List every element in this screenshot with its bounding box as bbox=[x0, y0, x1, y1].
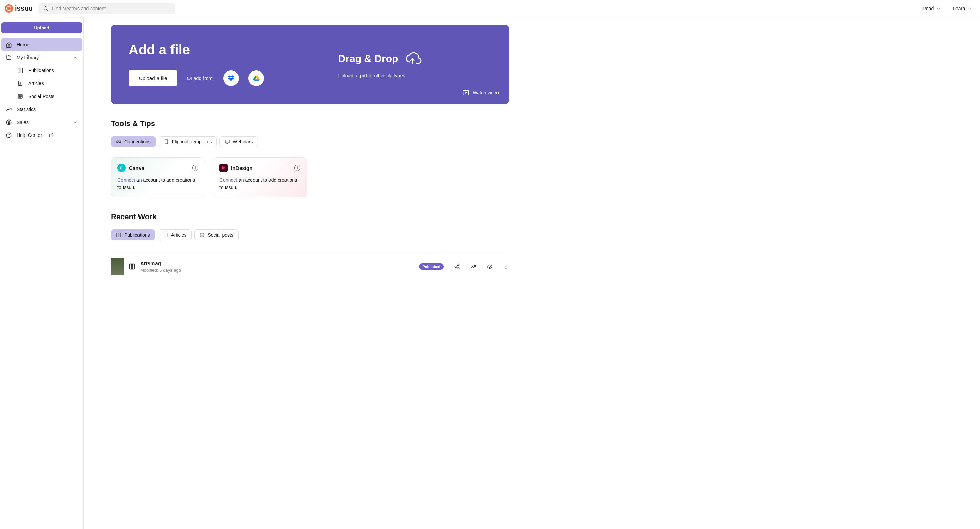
watch-video-button[interactable]: Watch video bbox=[463, 89, 499, 96]
share-icon[interactable] bbox=[454, 263, 460, 269]
connect-desc: Connect an account to add creations to I… bbox=[220, 177, 301, 191]
sidebar-item-social-posts[interactable]: Social Posts bbox=[1, 90, 82, 103]
article-icon bbox=[18, 80, 24, 86]
logo-icon bbox=[5, 5, 13, 13]
recent-title: Recent Work bbox=[111, 212, 509, 221]
sidebar: Upload Home My Library Publications Arti… bbox=[0, 17, 84, 529]
tab-recent-publications[interactable]: Publications bbox=[111, 229, 155, 240]
logo[interactable]: issuu bbox=[5, 5, 33, 13]
app-header: issuu Read Learn bbox=[0, 0, 980, 17]
sidebar-item-articles[interactable]: Articles bbox=[1, 77, 82, 90]
sidebar-item-label: My Library bbox=[17, 55, 39, 60]
svg-point-33 bbox=[506, 266, 507, 267]
connect-link[interactable]: Connect bbox=[220, 177, 237, 183]
tab-webinars[interactable]: Webinars bbox=[220, 136, 258, 147]
chevron-down-icon bbox=[937, 6, 940, 11]
work-meta: Modified: 5 days ago bbox=[140, 268, 414, 272]
sidebar-item-label: Social Posts bbox=[28, 94, 54, 99]
upload-button[interactable]: Upload bbox=[1, 22, 82, 33]
svg-point-34 bbox=[506, 268, 507, 269]
svg-point-28 bbox=[458, 268, 460, 269]
social-icon bbox=[18, 93, 24, 99]
google-drive-icon bbox=[253, 75, 259, 82]
sidebar-item-statistics[interactable]: Statistics bbox=[1, 103, 82, 116]
svg-rect-18 bbox=[225, 140, 229, 143]
connect-name: InDesign bbox=[231, 165, 253, 171]
connections-icon bbox=[116, 139, 121, 144]
tab-recent-social[interactable]: Social posts bbox=[194, 229, 238, 240]
book-icon bbox=[116, 232, 121, 237]
file-hint: Upload a .pdf or other file types bbox=[338, 73, 492, 78]
recent-tabs: Publications Articles Social posts bbox=[111, 229, 509, 240]
tab-connections[interactable]: Connections bbox=[111, 136, 156, 147]
sidebar-item-label: Help Center bbox=[17, 132, 42, 138]
flipbook-icon bbox=[164, 139, 169, 144]
book-icon bbox=[129, 263, 135, 270]
info-icon[interactable]: i bbox=[294, 165, 301, 171]
stats-icon bbox=[6, 106, 12, 112]
dropbox-icon bbox=[227, 75, 235, 82]
more-icon[interactable] bbox=[503, 263, 509, 269]
svg-line-1 bbox=[47, 10, 48, 11]
logo-text: issuu bbox=[15, 5, 33, 12]
status-badge: Published bbox=[419, 263, 444, 269]
google-drive-button[interactable] bbox=[248, 70, 264, 86]
book-icon bbox=[18, 67, 24, 73]
watch-video-label: Watch video bbox=[473, 90, 499, 95]
tab-label: Flipbook templates bbox=[172, 139, 212, 144]
tab-label: Publications bbox=[124, 232, 150, 237]
svg-point-0 bbox=[44, 6, 47, 10]
play-icon bbox=[463, 89, 469, 96]
connect-name: Canva bbox=[129, 165, 144, 171]
svg-line-29 bbox=[456, 265, 458, 266]
sidebar-item-help[interactable]: Help Center bbox=[1, 129, 82, 142]
stats-icon[interactable] bbox=[470, 263, 476, 269]
svg-line-30 bbox=[456, 267, 458, 268]
upload-title: Add a file bbox=[129, 42, 325, 57]
svg-rect-14 bbox=[117, 140, 118, 142]
main-content: Add a file Upload a file Or add from: bbox=[84, 17, 980, 529]
sidebar-item-sales[interactable]: Sales bbox=[1, 116, 82, 129]
work-item[interactable]: Artsmag Modified: 5 days ago Published bbox=[111, 250, 509, 282]
read-menu[interactable]: Read bbox=[923, 6, 940, 11]
webinars-icon bbox=[224, 139, 230, 144]
sidebar-item-publications[interactable]: Publications bbox=[1, 64, 82, 77]
svg-point-26 bbox=[458, 264, 460, 266]
dropbox-button[interactable] bbox=[223, 70, 239, 86]
drag-title: Drag & Drop bbox=[338, 53, 398, 64]
or-text: Or add from: bbox=[187, 76, 214, 81]
svg-rect-6 bbox=[18, 94, 22, 99]
sidebar-item-label: Articles bbox=[28, 81, 44, 86]
sidebar-item-label: Home bbox=[17, 42, 29, 47]
info-icon[interactable]: i bbox=[192, 165, 198, 171]
tab-recent-articles[interactable]: Articles bbox=[158, 229, 192, 240]
folder-icon bbox=[6, 54, 12, 61]
tools-tabs: Connections Flipbook templates Webinars bbox=[111, 136, 509, 147]
eye-icon[interactable] bbox=[487, 263, 493, 269]
sidebar-item-home[interactable]: Home bbox=[1, 38, 82, 51]
connect-card-canva: C Canva i Connect an account to add crea… bbox=[111, 157, 205, 198]
svg-point-32 bbox=[506, 264, 507, 265]
tab-flipbook[interactable]: Flipbook templates bbox=[159, 136, 217, 147]
social-icon bbox=[199, 232, 205, 237]
upload-card[interactable]: Add a file Upload a file Or add from: bbox=[111, 24, 509, 104]
svg-rect-17 bbox=[165, 140, 168, 143]
read-label: Read bbox=[923, 6, 934, 11]
work-title: Artsmag bbox=[140, 260, 161, 266]
cloud-upload-icon bbox=[403, 50, 422, 67]
learn-menu[interactable]: Learn bbox=[953, 6, 972, 11]
search-box[interactable] bbox=[39, 3, 175, 14]
upload-file-button[interactable]: Upload a file bbox=[129, 70, 177, 86]
svg-rect-25 bbox=[202, 234, 203, 235]
sidebar-item-label: Sales bbox=[17, 120, 29, 125]
connect-link[interactable]: Connect bbox=[118, 177, 135, 183]
article-icon bbox=[163, 232, 169, 237]
svg-rect-7 bbox=[19, 95, 21, 97]
dollar-icon bbox=[6, 119, 12, 125]
svg-point-27 bbox=[455, 266, 456, 268]
search-input[interactable] bbox=[52, 6, 171, 11]
learn-label: Learn bbox=[953, 6, 965, 11]
file-types-link[interactable]: file types bbox=[386, 73, 405, 78]
sidebar-item-library[interactable]: My Library bbox=[1, 51, 82, 64]
connect-card-indesign: Id InDesign i Connect an account to add … bbox=[213, 157, 307, 198]
